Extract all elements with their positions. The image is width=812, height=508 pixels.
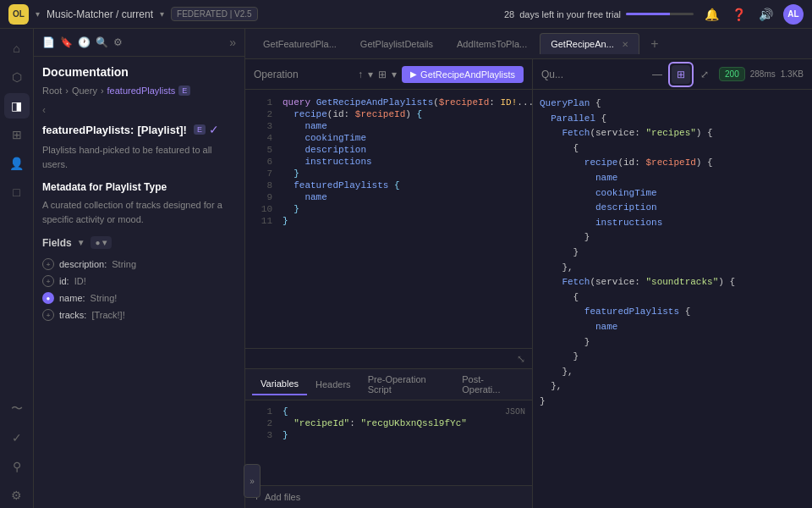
topbar: OL ▾ Music-Matcher / current ▾ FEDERATED… bbox=[0, 0, 812, 29]
sidebar-item-document[interactable]: ◨ bbox=[4, 93, 30, 119]
status-badge: 200 bbox=[719, 67, 745, 81]
sidebar-item-table[interactable]: ⊞ bbox=[4, 122, 30, 147]
code-editor[interactable]: 1 query GetRecipeAndPlaylists($recipeId:… bbox=[245, 90, 532, 348]
back-icon[interactable]: ‹ bbox=[42, 104, 46, 116]
expand-icon[interactable]: ⤢ bbox=[695, 65, 714, 84]
operation-label: Operation bbox=[254, 69, 299, 80]
federated-badge: FEDERATED | V2.5 bbox=[171, 7, 258, 21]
tab-close-icon[interactable]: ✕ bbox=[622, 40, 628, 49]
var-tab-variables[interactable]: Variables bbox=[252, 373, 307, 395]
resp-line-parallel: Parallel { bbox=[540, 112, 805, 127]
op-copy-icon[interactable]: ⊞ bbox=[378, 69, 387, 80]
response-panel: Qu... — ⊞ ⤢ 200 288ms 1.3KB QueryPlan { … bbox=[533, 59, 812, 508]
icon-sidebar: ⌂ ⬡ ◨ ⊞ 👤 □ 〜 ✓ ⚲ ⚙ bbox=[0, 29, 34, 508]
sidebar-item-search[interactable]: ⚲ bbox=[4, 454, 30, 479]
resp-line-close8: } bbox=[540, 395, 805, 410]
field-icon-name[interactable]: ● bbox=[42, 292, 54, 304]
tab-get-recipe[interactable]: GetRecipeAn... ✕ bbox=[540, 33, 639, 54]
field-item-id: + id: ID! bbox=[42, 273, 236, 290]
var-tab-post-op[interactable]: Post-Operati... bbox=[453, 369, 525, 400]
breadcrumb-sep-1: › bbox=[65, 86, 69, 96]
breadcrumb-featured[interactable]: featuredPlaylists bbox=[107, 86, 176, 96]
field-icon-id[interactable]: + bbox=[42, 275, 54, 287]
breadcrumb-query[interactable]: Query bbox=[72, 86, 97, 96]
speaker-icon[interactable]: 🔊 bbox=[756, 5, 775, 24]
code-line-10: 10 } bbox=[245, 203, 532, 215]
tab-get-featured[interactable]: GetFeaturedPla... bbox=[252, 33, 348, 54]
avatar[interactable]: AL bbox=[783, 4, 804, 25]
doc-settings-icon[interactable]: ⚙ bbox=[113, 36, 123, 48]
code-line-9: 9 name bbox=[245, 191, 532, 203]
sidebar-item-monitor[interactable]: □ bbox=[4, 179, 30, 205]
var-line-2: 2 "recipeId": "recgUKbxnQssl9fYc" bbox=[245, 417, 532, 429]
app-name: Music-Matcher / current bbox=[47, 8, 153, 20]
doc-search-icon[interactable]: 🔍 bbox=[96, 36, 108, 48]
resp-line-playlists: featuredPlaylists { bbox=[540, 305, 805, 320]
help-icon[interactable]: ❓ bbox=[729, 5, 748, 24]
layout-btn[interactable]: ⊞ bbox=[672, 65, 690, 84]
resp-line-open1: { bbox=[540, 141, 805, 157]
app-dropdown-icon[interactable]: ▾ bbox=[160, 9, 164, 19]
field-name-tracks: tracks: bbox=[59, 310, 86, 320]
run-button[interactable]: ▶ GetRecipeAndPlaylists bbox=[402, 66, 524, 83]
sidebar-item-pulse[interactable]: 〜 bbox=[4, 396, 30, 422]
add-files-btn[interactable]: + Add files bbox=[245, 485, 532, 508]
code-line-5: 5 description bbox=[245, 144, 532, 156]
field-type-id: ID! bbox=[74, 276, 86, 286]
op-settings-icon[interactable]: ▾ bbox=[368, 69, 373, 80]
field-name-id: id: bbox=[59, 276, 69, 286]
trial-info: 28 days left in your free trial bbox=[504, 9, 694, 19]
minimize-icon[interactable]: — bbox=[648, 65, 667, 84]
resp-line-close3: }, bbox=[540, 261, 805, 276]
sidebar-item-graph[interactable]: ⬡ bbox=[4, 64, 30, 90]
breadcrumb-root[interactable]: Root bbox=[42, 86, 62, 96]
code-line-2: 2 recipe(id: $recipeId) { bbox=[245, 108, 532, 120]
response-content: QueryPlan { Parallel { Fetch(service: "r… bbox=[533, 90, 812, 508]
resp-line-close1: } bbox=[540, 230, 805, 246]
op-more-icon[interactable]: ▾ bbox=[392, 69, 397, 80]
fields-arrow-icon[interactable]: ▼ bbox=[77, 238, 85, 247]
bell-icon[interactable]: 🔔 bbox=[702, 5, 721, 24]
sidebar-item-users[interactable]: 👤 bbox=[4, 151, 30, 176]
metadata-title: Metadata for Playlist Type bbox=[42, 181, 236, 193]
editor-area: GetFeaturedPla... GetPlaylistDetails Add… bbox=[245, 29, 812, 508]
type-badge: E bbox=[194, 124, 206, 135]
resp-plan-label: QueryPlan { bbox=[540, 97, 805, 112]
tab-add-btn[interactable]: + bbox=[645, 34, 665, 54]
resp-line-close4: } bbox=[540, 335, 805, 351]
sidebar-item-check[interactable]: ✓ bbox=[4, 425, 30, 450]
trial-progress-fill bbox=[626, 13, 670, 15]
fields-list: + description: String + id: ID! ● name: … bbox=[42, 256, 236, 323]
response-time: 288ms bbox=[750, 69, 776, 79]
response-label: Qu... bbox=[541, 69, 563, 80]
doc-collapse-icon[interactable]: » bbox=[229, 36, 236, 49]
sidebar-item-settings[interactable]: ⚙ bbox=[4, 483, 30, 508]
resp-line-fetch2: Fetch(service: "soundtracks") { bbox=[540, 275, 805, 290]
doc-bookmark-icon[interactable]: 🔖 bbox=[60, 36, 73, 48]
query-panel: Operation ↑ ▾ ⊞ ▾ ▶ GetRecipeAndPlaylist… bbox=[245, 59, 533, 508]
breadcrumb-badge: E bbox=[178, 86, 190, 96]
resp-line-open2: { bbox=[540, 290, 805, 306]
fields-filter-btn[interactable]: ● ▾ bbox=[91, 236, 112, 249]
trial-text: days left in your free trial bbox=[519, 9, 621, 19]
doc-panel: 📄 🔖 🕐 🔍 ⚙ » Documentation Root › Query ›… bbox=[34, 29, 245, 508]
var-tab-headers[interactable]: Headers bbox=[307, 374, 359, 395]
variables-editor[interactable]: JSON 1 { 2 "recipeId": "recgUKbxnQssl9fY… bbox=[245, 400, 532, 485]
field-name-description: description: bbox=[59, 259, 107, 269]
doc-history-icon[interactable]: 🕐 bbox=[78, 36, 91, 48]
field-icon-tracks[interactable]: + bbox=[42, 309, 54, 321]
op-share-icon[interactable]: ↑ bbox=[358, 69, 363, 80]
type-name-2: [Playlist]! bbox=[137, 124, 187, 136]
collapse-sidebar-btn[interactable]: » bbox=[244, 464, 261, 498]
field-item-description: + description: String bbox=[42, 256, 236, 273]
tab-add-items[interactable]: AddItemsToPla... bbox=[446, 33, 538, 54]
var-tab-pre-op[interactable]: Pre-Operation Script bbox=[359, 369, 454, 400]
breadcrumb: Root › Query › featuredPlaylists E bbox=[42, 86, 236, 96]
field-type-name: String! bbox=[91, 293, 118, 303]
field-type-description: String bbox=[112, 259, 136, 269]
topbar-dropdown[interactable]: ▾ bbox=[36, 9, 40, 19]
tab-get-playlist[interactable]: GetPlaylistDetails bbox=[349, 33, 444, 54]
field-icon-description[interactable]: + bbox=[42, 258, 54, 270]
field-item-name: ● name: String! bbox=[42, 290, 236, 306]
sidebar-item-home[interactable]: ⌂ bbox=[4, 36, 30, 61]
